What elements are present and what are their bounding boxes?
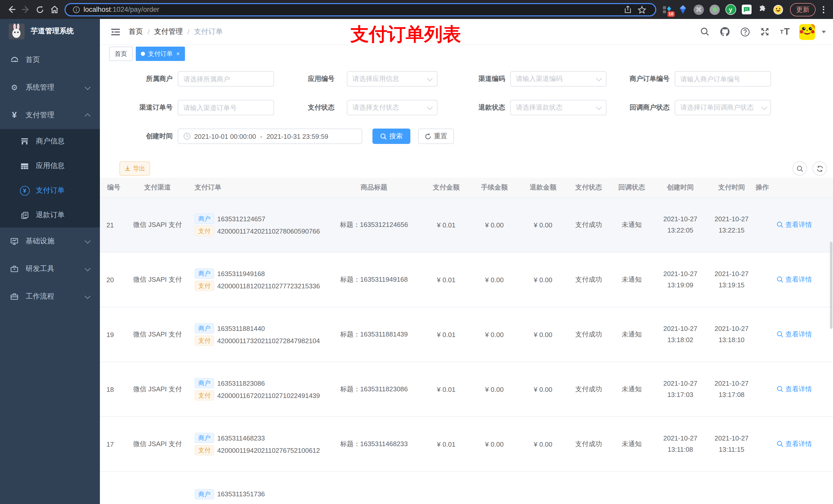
extension-sidebar-icon[interactable]: 10 <box>661 4 673 15</box>
view-detail-link[interactable]: 查看详情 <box>777 330 812 339</box>
extension-chat-icon[interactable] <box>741 4 752 15</box>
orders-table: 编号 支付渠道 支付订单 商品标题 支付金额 手续金额 退款金额 支付状态 回调… <box>100 178 833 504</box>
col-header-refund-amount: 退款金额 <box>519 178 567 197</box>
breadcrumb-pay[interactable]: 支付管理 <box>154 27 183 37</box>
gear-icon: ⚙ <box>9 83 20 92</box>
sidebar-item-infra[interactable]: 基础设施 <box>0 227 100 255</box>
sidebar-item-pay[interactable]: ¥ 支付管理 <box>0 101 100 129</box>
pay-order-no: 4200001194202110276752100612 <box>217 447 320 454</box>
cell-actions <box>756 472 833 504</box>
tab-home[interactable]: 首页 <box>109 47 133 61</box>
page-scrollbar[interactable] <box>830 242 832 329</box>
extensions-puzzle-icon[interactable] <box>757 4 768 15</box>
tab-pay-order[interactable]: 支付订单 × <box>136 47 185 61</box>
back-icon[interactable] <box>4 2 19 17</box>
sidebar-item-app-info[interactable]: 应用信息 <box>0 154 100 178</box>
cell-notify-status: 未通知 <box>610 307 653 362</box>
sidebar-item-merchant-info[interactable]: 商户信息 <box>0 129 100 154</box>
merchant-order-no-input[interactable] <box>675 71 771 87</box>
pay-tag: 支付 <box>195 445 214 455</box>
col-header-title: 商品标题 <box>325 178 423 197</box>
browser-update-button[interactable]: 更新 <box>790 3 815 16</box>
table-row: 18 微信 JSAPI 支付 商户1635311823086 支付4200001… <box>100 362 833 417</box>
search-icon[interactable] <box>699 26 711 38</box>
sidebar-item-dev-tools[interactable]: 研发工具 <box>0 255 100 283</box>
user-avatar[interactable] <box>799 24 815 40</box>
extension-dot-icon[interactable] <box>709 4 720 15</box>
export-button-label: 导出 <box>133 164 145 173</box>
chevron-down-icon <box>596 75 602 81</box>
avatar-caret-icon[interactable] <box>822 30 826 33</box>
refund-status-select[interactable]: 请选择退款状态 <box>510 100 606 115</box>
app-logo <box>9 23 25 39</box>
breadcrumb: 首页 / 支付管理 / 支付订单 <box>128 27 223 37</box>
sidebar-item-label: 应用信息 <box>36 161 65 171</box>
close-icon[interactable]: × <box>176 51 180 57</box>
callback-status-select[interactable]: 请选择订单回调商户状态 <box>675 100 771 115</box>
show-search-toggle-button[interactable] <box>792 161 807 176</box>
merchant-input[interactable] <box>178 71 274 87</box>
cell-fee-amount: ¥ 0.00 <box>470 307 519 362</box>
bookmark-star-icon[interactable] <box>635 2 649 17</box>
cell-order: 商户1635311949168 支付4200001181202110277723… <box>195 252 325 307</box>
channel-order-no-field[interactable] <box>184 104 268 112</box>
collapse-sidebar-icon[interactable] <box>109 26 121 38</box>
view-detail-link[interactable]: 查看详情 <box>777 385 812 394</box>
callback-status-placeholder: 请选择订单回调商户状态 <box>680 103 762 112</box>
merchant-order-no-field[interactable] <box>680 75 765 83</box>
cell-pay-time: 2021-10-2713:22:15 <box>708 197 756 252</box>
forward-icon[interactable] <box>19 2 33 17</box>
reload-icon[interactable] <box>33 2 47 17</box>
channel-order-no-input[interactable] <box>178 100 274 115</box>
sidebar-item-workflow[interactable]: 工作流程 <box>0 283 100 310</box>
app-select[interactable]: 请选择应用信息 <box>347 71 437 87</box>
cell-notify-status: 未通知 <box>610 417 653 472</box>
app-logo-row[interactable]: 芋道管理系统 <box>0 19 100 44</box>
chevron-down-icon <box>427 75 433 81</box>
font-size-icon[interactable]: TT <box>779 26 790 38</box>
profile-avatar-icon[interactable] <box>772 4 784 15</box>
github-icon[interactable] <box>719 26 731 38</box>
pay-order-no: 4200001181202110277723215336 <box>217 282 320 290</box>
cell-fee-amount: ¥ 0.00 <box>470 362 519 417</box>
view-detail-link[interactable]: 查看详情 <box>777 275 812 284</box>
cell-pay-time <box>708 472 756 504</box>
view-detail-link[interactable]: 查看详情 <box>777 439 812 449</box>
export-button[interactable]: 导出 <box>119 161 150 176</box>
breadcrumb-home[interactable]: 首页 <box>128 27 143 37</box>
sidebar-item-system[interactable]: ⚙ 系统管理 <box>0 74 100 101</box>
cell-pay-amount: ¥ 0.01 <box>423 307 470 362</box>
cell-create-time: 2021-10-2713:17:03 <box>653 362 708 417</box>
merchant-order-no: 1635311823086 <box>217 379 265 387</box>
cell-title: 标题：1635312124656 <box>325 197 423 252</box>
browser-window: localhost:1024/pay/order 10 ⌘ y <box>0 0 833 504</box>
search-button[interactable]: 搜索 <box>373 128 410 144</box>
extension-command-icon[interactable]: ⌘ <box>693 4 705 15</box>
refresh-table-button[interactable] <box>812 161 827 176</box>
share-icon[interactable] <box>620 2 635 17</box>
col-header-channel: 支付渠道 <box>120 178 195 197</box>
sidebar-item-refund-order[interactable]: 退款订单 <box>0 203 100 227</box>
site-info-icon[interactable] <box>72 2 81 17</box>
reset-button[interactable]: 重置 <box>418 128 454 144</box>
url-bar[interactable]: localhost:1024/pay/order <box>65 3 656 16</box>
search-button-label: 搜索 <box>389 131 403 141</box>
merchant-input-field[interactable] <box>184 75 268 83</box>
help-icon[interactable] <box>739 26 751 38</box>
sidebar-item-pay-order[interactable]: ¥ 支付订单 <box>0 178 100 203</box>
view-detail-link[interactable]: 查看详情 <box>777 220 812 230</box>
cell-channel <box>120 472 195 504</box>
sidebar-item-label: 工作流程 <box>26 292 54 301</box>
extension-y-icon[interactable]: y <box>725 4 736 15</box>
merchant-order-no: 1635311351736 <box>217 490 265 498</box>
extension-gem-icon[interactable] <box>677 4 689 15</box>
channel-code-select[interactable]: 请输入渠道编码 <box>510 71 606 87</box>
home-icon[interactable] <box>47 2 62 17</box>
browser-menu-icon[interactable] <box>820 6 827 13</box>
sidebar-item-home[interactable]: 首页 <box>0 46 100 74</box>
pay-status-select[interactable]: 请选择支付状态 <box>347 100 437 115</box>
fullscreen-icon[interactable] <box>759 26 770 38</box>
cell-title: 标题：1635311881439 <box>325 307 423 362</box>
create-time-range-picker[interactable]: 2021-10-01 00:00:00 - 2021-10-31 23:59:5… <box>178 128 362 144</box>
cell-pay-amount: ¥ 0.01 <box>423 252 470 307</box>
